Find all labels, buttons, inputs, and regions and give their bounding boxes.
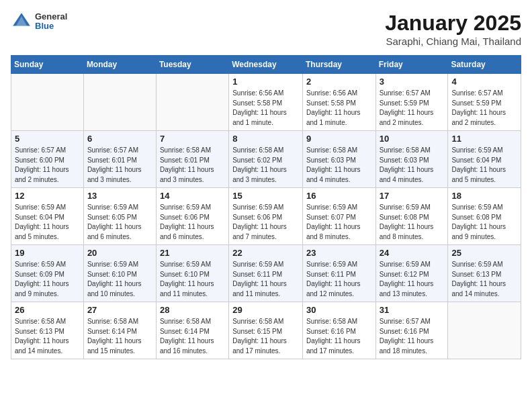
day-number: 30 bbox=[306, 305, 372, 315]
day-of-week-header: Thursday bbox=[302, 56, 375, 74]
calendar-day-cell: 24Sunrise: 6:59 AM Sunset: 6:12 PM Dayli… bbox=[375, 245, 448, 302]
day-number: 21 bbox=[160, 248, 225, 258]
logo-icon bbox=[11, 11, 32, 32]
title-block: January 2025 Saraphi, Chiang Mai, Thaila… bbox=[385, 11, 521, 47]
day-number: 9 bbox=[306, 134, 372, 144]
calendar-day-cell: 27Sunrise: 6:58 AM Sunset: 6:14 PM Dayli… bbox=[83, 302, 156, 359]
day-info: Sunrise: 6:59 AM Sunset: 6:11 PM Dayligh… bbox=[232, 260, 299, 299]
calendar-day-cell bbox=[11, 74, 84, 131]
logo-blue: Blue bbox=[35, 21, 67, 31]
calendar-day-cell: 16Sunrise: 6:59 AM Sunset: 6:07 PM Dayli… bbox=[302, 188, 375, 245]
day-number: 5 bbox=[15, 134, 80, 144]
day-info: Sunrise: 6:59 AM Sunset: 6:08 PM Dayligh… bbox=[451, 203, 517, 242]
calendar-day-cell: 22Sunrise: 6:59 AM Sunset: 6:11 PM Dayli… bbox=[229, 245, 303, 302]
day-number: 15 bbox=[232, 191, 299, 201]
calendar-day-cell: 19Sunrise: 6:59 AM Sunset: 6:09 PM Dayli… bbox=[11, 245, 84, 302]
calendar-day-cell: 26Sunrise: 6:58 AM Sunset: 6:13 PM Dayli… bbox=[11, 302, 84, 359]
day-info: Sunrise: 6:57 AM Sunset: 5:59 PM Dayligh… bbox=[380, 89, 445, 128]
day-number: 7 bbox=[160, 134, 225, 144]
day-number: 2 bbox=[306, 77, 372, 87]
calendar-day-cell bbox=[448, 302, 521, 359]
calendar-day-cell: 8Sunrise: 6:58 AM Sunset: 6:02 PM Daylig… bbox=[229, 131, 303, 188]
calendar-day-cell: 9Sunrise: 6:58 AM Sunset: 6:03 PM Daylig… bbox=[302, 131, 375, 188]
day-of-week-header: Tuesday bbox=[156, 56, 228, 74]
calendar-day-cell: 15Sunrise: 6:59 AM Sunset: 6:06 PM Dayli… bbox=[229, 188, 303, 245]
day-of-week-header: Saturday bbox=[448, 56, 521, 74]
day-of-week-header: Friday bbox=[375, 56, 448, 74]
day-number: 12 bbox=[15, 191, 80, 201]
calendar-day-cell: 25Sunrise: 6:59 AM Sunset: 6:13 PM Dayli… bbox=[448, 245, 521, 302]
logo: General Blue bbox=[11, 11, 67, 32]
day-info: Sunrise: 6:58 AM Sunset: 6:15 PM Dayligh… bbox=[232, 317, 299, 356]
day-info: Sunrise: 6:59 AM Sunset: 6:13 PM Dayligh… bbox=[451, 260, 517, 299]
day-info: Sunrise: 6:57 AM Sunset: 6:00 PM Dayligh… bbox=[15, 146, 80, 185]
calendar-week-row: 12Sunrise: 6:59 AM Sunset: 6:04 PM Dayli… bbox=[11, 188, 521, 245]
page-header: General Blue January 2025 Saraphi, Chian… bbox=[11, 11, 521, 47]
month-title: January 2025 bbox=[385, 11, 521, 36]
day-info: Sunrise: 6:59 AM Sunset: 6:10 PM Dayligh… bbox=[160, 260, 225, 299]
day-number: 26 bbox=[15, 305, 80, 315]
day-number: 20 bbox=[87, 248, 152, 258]
day-info: Sunrise: 6:58 AM Sunset: 6:03 PM Dayligh… bbox=[306, 146, 372, 185]
day-number: 14 bbox=[160, 191, 225, 201]
day-number: 25 bbox=[451, 248, 517, 258]
calendar-day-cell bbox=[83, 74, 156, 131]
day-info: Sunrise: 6:59 AM Sunset: 6:06 PM Dayligh… bbox=[160, 203, 225, 242]
location-subtitle: Saraphi, Chiang Mai, Thailand bbox=[385, 36, 521, 47]
day-number: 4 bbox=[451, 77, 517, 87]
calendar-day-cell: 23Sunrise: 6:59 AM Sunset: 6:11 PM Dayli… bbox=[302, 245, 375, 302]
day-number: 31 bbox=[380, 305, 445, 315]
day-info: Sunrise: 6:58 AM Sunset: 6:02 PM Dayligh… bbox=[232, 146, 299, 185]
day-of-week-header: Wednesday bbox=[229, 56, 303, 74]
calendar-day-cell: 10Sunrise: 6:58 AM Sunset: 6:03 PM Dayli… bbox=[375, 131, 448, 188]
day-number: 18 bbox=[451, 191, 517, 201]
day-info: Sunrise: 6:58 AM Sunset: 6:14 PM Dayligh… bbox=[87, 317, 152, 356]
calendar-day-cell: 3Sunrise: 6:57 AM Sunset: 5:59 PM Daylig… bbox=[375, 74, 448, 131]
day-number: 22 bbox=[232, 248, 299, 258]
day-number: 24 bbox=[380, 248, 445, 258]
day-number: 10 bbox=[380, 134, 445, 144]
calendar-day-cell: 31Sunrise: 6:57 AM Sunset: 6:16 PM Dayli… bbox=[375, 302, 448, 359]
day-info: Sunrise: 6:57 AM Sunset: 5:59 PM Dayligh… bbox=[451, 89, 517, 128]
calendar-day-cell: 20Sunrise: 6:59 AM Sunset: 6:10 PM Dayli… bbox=[83, 245, 156, 302]
day-info: Sunrise: 6:58 AM Sunset: 6:01 PM Dayligh… bbox=[160, 146, 225, 185]
calendar-day-cell: 5Sunrise: 6:57 AM Sunset: 6:00 PM Daylig… bbox=[11, 131, 84, 188]
day-number: 23 bbox=[306, 248, 372, 258]
calendar-day-cell: 30Sunrise: 6:58 AM Sunset: 6:16 PM Dayli… bbox=[302, 302, 375, 359]
day-number: 1 bbox=[232, 77, 299, 87]
day-number: 6 bbox=[87, 134, 152, 144]
calendar-day-cell: 13Sunrise: 6:59 AM Sunset: 6:05 PM Dayli… bbox=[83, 188, 156, 245]
day-of-week-header: Sunday bbox=[11, 56, 84, 74]
day-info: Sunrise: 6:59 AM Sunset: 6:09 PM Dayligh… bbox=[15, 260, 80, 299]
day-info: Sunrise: 6:59 AM Sunset: 6:04 PM Dayligh… bbox=[15, 203, 80, 242]
day-info: Sunrise: 6:59 AM Sunset: 6:11 PM Dayligh… bbox=[306, 260, 372, 299]
day-info: Sunrise: 6:59 AM Sunset: 6:07 PM Dayligh… bbox=[306, 203, 372, 242]
day-number: 13 bbox=[87, 191, 152, 201]
calendar-day-cell: 11Sunrise: 6:59 AM Sunset: 6:04 PM Dayli… bbox=[448, 131, 521, 188]
day-info: Sunrise: 6:58 AM Sunset: 6:03 PM Dayligh… bbox=[380, 146, 445, 185]
calendar-day-cell: 21Sunrise: 6:59 AM Sunset: 6:10 PM Dayli… bbox=[156, 245, 228, 302]
day-number: 17 bbox=[380, 191, 445, 201]
day-number: 19 bbox=[15, 248, 80, 258]
day-number: 16 bbox=[306, 191, 372, 201]
calendar-day-cell: 12Sunrise: 6:59 AM Sunset: 6:04 PM Dayli… bbox=[11, 188, 84, 245]
calendar-day-cell: 18Sunrise: 6:59 AM Sunset: 6:08 PM Dayli… bbox=[448, 188, 521, 245]
day-number: 29 bbox=[232, 305, 299, 315]
day-info: Sunrise: 6:56 AM Sunset: 5:58 PM Dayligh… bbox=[232, 89, 299, 128]
calendar-table: SundayMondayTuesdayWednesdayThursdayFrid… bbox=[11, 55, 521, 359]
logo-general: General bbox=[35, 12, 67, 21]
calendar-day-cell: 14Sunrise: 6:59 AM Sunset: 6:06 PM Dayli… bbox=[156, 188, 228, 245]
day-info: Sunrise: 6:58 AM Sunset: 6:13 PM Dayligh… bbox=[15, 317, 80, 356]
day-number: 27 bbox=[87, 305, 152, 315]
calendar-week-row: 1Sunrise: 6:56 AM Sunset: 5:58 PM Daylig… bbox=[11, 74, 521, 131]
calendar-day-cell: 1Sunrise: 6:56 AM Sunset: 5:58 PM Daylig… bbox=[229, 74, 303, 131]
calendar-header-row: SundayMondayTuesdayWednesdayThursdayFrid… bbox=[11, 56, 521, 74]
calendar-week-row: 5Sunrise: 6:57 AM Sunset: 6:00 PM Daylig… bbox=[11, 131, 521, 188]
logo-text: General Blue bbox=[35, 12, 67, 32]
calendar-day-cell: 17Sunrise: 6:59 AM Sunset: 6:08 PM Dayli… bbox=[375, 188, 448, 245]
calendar-week-row: 26Sunrise: 6:58 AM Sunset: 6:13 PM Dayli… bbox=[11, 302, 521, 359]
day-info: Sunrise: 6:58 AM Sunset: 6:16 PM Dayligh… bbox=[306, 317, 372, 356]
day-info: Sunrise: 6:57 AM Sunset: 6:16 PM Dayligh… bbox=[380, 317, 445, 356]
calendar-week-row: 19Sunrise: 6:59 AM Sunset: 6:09 PM Dayli… bbox=[11, 245, 521, 302]
day-info: Sunrise: 6:58 AM Sunset: 6:14 PM Dayligh… bbox=[160, 317, 225, 356]
